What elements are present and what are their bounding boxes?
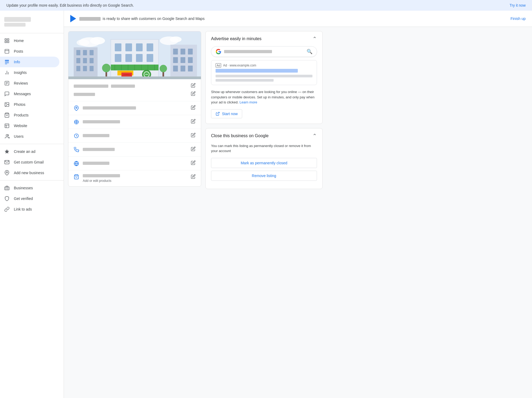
sidebar-label-home: Home <box>14 39 24 43</box>
svg-point-80 <box>160 65 167 72</box>
sidebar-item-reviews[interactable]: Reviews <box>0 78 59 89</box>
finish-up-link[interactable]: Finish up <box>510 16 526 21</box>
info-icon <box>4 59 10 65</box>
business-name-blurred <box>79 17 101 21</box>
link-icon <box>4 207 10 212</box>
location-content <box>83 106 191 110</box>
sidebar-label-website: Website <box>14 124 27 128</box>
ad-description-text: Show up whenever customers are looking f… <box>211 90 315 104</box>
edit-hours-icon[interactable] <box>191 133 196 139</box>
try-it-now-link[interactable]: Try it now <box>510 3 526 7</box>
edit-website-icon[interactable] <box>191 160 196 166</box>
business-name-section <box>68 79 201 101</box>
svg-point-83 <box>76 121 77 123</box>
building-illustration <box>68 31 201 79</box>
close-business-header[interactable]: Close this business on Google ⌃ <box>206 128 322 143</box>
edit-business-name-icon[interactable] <box>191 83 196 89</box>
edit-location-icon[interactable] <box>191 105 196 111</box>
advertise-title: Advertise easily in minutes <box>211 36 261 41</box>
mark-permanently-closed-button[interactable]: Mark as permanently closed <box>211 158 317 168</box>
svg-rect-0 <box>5 39 7 40</box>
sidebar-item-custom-gmail[interactable]: Get custom Gmail <box>0 157 59 167</box>
website-blurred <box>83 162 109 165</box>
sidebar-item-add-business[interactable]: Add new business <box>0 167 59 178</box>
start-now-button[interactable]: Start now <box>211 109 242 118</box>
svg-rect-71 <box>180 57 185 63</box>
sidebar-label-messages: Messages <box>14 92 31 96</box>
logo-subtitle <box>4 23 26 27</box>
location-left <box>74 106 191 111</box>
sidebar-label-link-to-ads: Link to ads <box>14 207 32 211</box>
products-blurred <box>83 174 120 177</box>
sidebar-label-users: Users <box>14 134 24 139</box>
sidebar-item-home[interactable]: Home <box>0 35 59 46</box>
sidebar-item-products[interactable]: Products <box>0 110 59 120</box>
svg-rect-47 <box>136 43 143 51</box>
sidebar-item-get-verified[interactable]: Get verified <box>0 193 59 204</box>
google-g-logo <box>216 49 221 55</box>
business-name-blurred-1 <box>74 85 108 88</box>
advertise-panel: Advertise easily in minutes ⌃ <box>205 31 323 124</box>
svg-rect-3 <box>5 41 7 43</box>
svg-rect-39 <box>90 58 94 63</box>
sidebar-label-create-ad: Create an ad <box>14 149 35 154</box>
gmail-icon <box>4 160 10 165</box>
top-banner: Update your profile more easily. Edit bu… <box>0 0 532 11</box>
svg-rect-2 <box>7 41 9 43</box>
service-area-icon <box>74 119 79 125</box>
svg-point-78 <box>102 64 110 72</box>
sidebar-item-businesses[interactable]: Businesses <box>0 183 59 193</box>
sidebar-label-get-verified: Get verified <box>14 196 33 201</box>
sidebar-label-products: Products <box>14 113 28 117</box>
sidebar-item-photos[interactable]: Photos <box>0 99 59 110</box>
location-blurred <box>83 106 136 110</box>
website-icon <box>4 123 10 128</box>
sidebar-item-info[interactable]: Info <box>0 57 59 67</box>
sidebar-label-custom-gmail: Get custom Gmail <box>14 160 44 164</box>
sidebar-item-website[interactable]: Website <box>0 120 59 131</box>
phone-content <box>83 148 191 152</box>
edit-service-area-icon[interactable] <box>191 119 196 125</box>
edit-phone-icon[interactable] <box>191 146 196 153</box>
svg-rect-68 <box>180 49 185 55</box>
ad-desc-line1 <box>216 75 312 77</box>
right-panel: Advertise easily in minutes ⌃ <box>205 31 323 189</box>
basket-icon <box>74 174 79 179</box>
sidebar-item-insights[interactable]: Insights <box>0 67 59 78</box>
svg-point-30 <box>77 39 89 46</box>
website-content <box>83 161 191 166</box>
users-icon <box>4 134 10 139</box>
svg-rect-46 <box>125 43 132 51</box>
sidebar-divider-bot <box>0 180 64 181</box>
sidebar-item-messages[interactable]: Messages <box>0 89 59 99</box>
edit-products-icon[interactable] <box>191 174 196 180</box>
advertise-panel-header[interactable]: Advertise easily in minutes ⌃ <box>206 31 322 46</box>
sidebar-item-users[interactable]: Users <box>0 131 59 142</box>
svg-rect-8 <box>5 63 9 63</box>
sidebar-item-posts[interactable]: Posts <box>0 46 59 57</box>
remove-listing-button[interactable]: Remove listing <box>211 171 317 181</box>
phone-blurred <box>83 148 115 151</box>
svg-line-92 <box>217 112 219 114</box>
sidebar-item-create-ad[interactable]: Create an ad <box>0 146 59 157</box>
add-business-icon <box>4 170 10 175</box>
business-category-blurred <box>74 93 95 96</box>
messages-icon <box>4 91 10 97</box>
sidebar-label-posts: Posts <box>14 49 23 53</box>
ready-text: is ready to share with customers on Goog… <box>79 16 205 21</box>
sidebar-item-link-to-ads[interactable]: Link to ads <box>0 204 59 215</box>
ad-description: Show up whenever customers are looking f… <box>211 89 317 105</box>
play-icon <box>70 15 76 22</box>
main-content: is ready to share with customers on Goog… <box>64 11 532 398</box>
ad-label: Ad Ad · www.example.com <box>216 64 312 67</box>
search-icon-btn[interactable]: 🔍 <box>307 49 312 55</box>
sidebar-divider-top <box>0 33 64 33</box>
svg-rect-48 <box>147 43 153 51</box>
edit-category-icon[interactable] <box>191 91 196 97</box>
svg-point-32 <box>170 36 182 42</box>
learn-more-link[interactable]: Learn more <box>240 100 257 104</box>
hours-icon <box>74 133 79 139</box>
banner-message: Update your profile more easily. Edit bu… <box>6 3 134 7</box>
svg-rect-67 <box>173 49 178 55</box>
sidebar-label-info: Info <box>14 60 20 64</box>
